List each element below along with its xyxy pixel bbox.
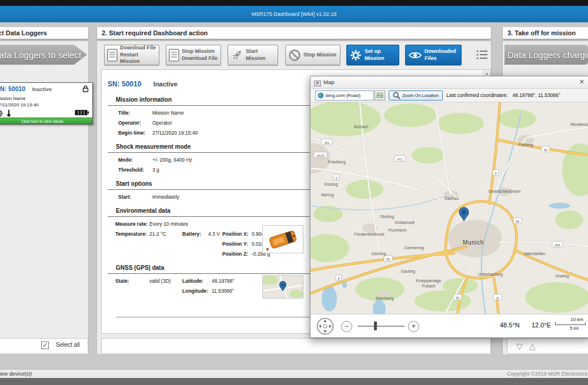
svg-text:304: 304 xyxy=(554,243,560,247)
map-city-label: Germering xyxy=(404,246,423,250)
center-bottom-box xyxy=(101,338,491,354)
map-longitude-display: 12.0°E xyxy=(532,322,551,329)
map-controls-bar: − + 48.5°N 12.0°E 10 km 5 mi xyxy=(310,314,588,337)
zoom-slider-track[interactable] xyxy=(358,326,405,327)
step3-label: 3. Take off for mission xyxy=(507,29,576,36)
download-file-restart-mission-button[interactable]: Download FileRestart Mission xyxy=(104,45,159,65)
map-city-label: Unterschleißheim xyxy=(489,189,521,193)
step1-header: 1. Select Data Loggers xyxy=(0,27,88,39)
map-canvas[interactable]: 301AK252471896959929930411AichachFriedbe… xyxy=(310,102,588,315)
map-city-label: Kissing xyxy=(325,182,338,187)
svg-text:9: 9 xyxy=(495,172,496,175)
svg-text:95: 95 xyxy=(456,296,459,300)
map-city-label: Aichach xyxy=(354,125,369,129)
svg-text:92: 92 xyxy=(544,148,547,152)
step2-label: 2. Start required Dashboard action xyxy=(102,29,208,36)
map-window-title: Map xyxy=(323,79,334,85)
map-city-label: Olching xyxy=(380,215,394,219)
view-values-button[interactable]: Click here to view values xyxy=(0,118,92,124)
road-shield: 96 xyxy=(384,256,392,262)
road-shield: 8 xyxy=(336,275,342,281)
map-layer-button[interactable] xyxy=(375,91,385,101)
msr175-dashboard-window: MSR175 Dashboard [W64] v1.02.18 1. Selec… xyxy=(0,0,588,385)
device-mission-name: Mission Name xyxy=(0,96,26,101)
road-shield: 471 xyxy=(395,156,405,162)
data-loggers-to-select-banner: Data Loggers to select xyxy=(0,45,87,65)
road-shield: 304 xyxy=(552,242,563,247)
close-icon[interactable]: ✕ xyxy=(579,78,584,86)
rocket-icon xyxy=(230,49,243,62)
svg-text:99: 99 xyxy=(516,220,519,223)
detail-sn: SN: 50010 xyxy=(108,80,141,88)
document-icon xyxy=(169,49,179,62)
status-message: New device(s)! xyxy=(0,371,32,377)
map-city-label: Puchheim xyxy=(388,228,406,232)
zoom-slider-thumb[interactable] xyxy=(374,322,377,330)
menu-icon[interactable] xyxy=(476,49,488,60)
copyright-text: Copyright ©2019 MSR Electronics GmbH xyxy=(507,371,588,377)
stop-mission-button[interactable]: Stop Mission xyxy=(285,45,340,65)
map-latitude-display: 48.5°N xyxy=(500,322,520,329)
map-city-label: Vaterstetten xyxy=(523,252,545,256)
map-city-label: Kneippanlage xyxy=(416,279,442,283)
road-shield: AK25 xyxy=(314,152,327,158)
gear-icon xyxy=(349,49,362,62)
scroll-down-button[interactable]: ▽ xyxy=(516,342,523,351)
stop-mission-download-file-button[interactable]: Stop MissionDownload File xyxy=(166,45,221,65)
check-icon: ✓ xyxy=(42,342,48,349)
globe-icon xyxy=(318,92,324,99)
road-shield: 9 xyxy=(493,170,499,176)
map-city-label: Gilching xyxy=(371,252,386,256)
map-viewport[interactable]: 301AK252471896959929930411AichachFriedbe… xyxy=(310,102,588,315)
map-city-label: Gröbenzell xyxy=(395,220,415,225)
statusbar: New device(s)! Copyright ©2019 MSR Elect… xyxy=(0,369,588,378)
map-scale: 10 km 5 mi xyxy=(555,317,586,331)
map-city-label: Dachau xyxy=(445,196,459,200)
svg-text:471: 471 xyxy=(397,158,402,161)
map-city-label: Starnberg xyxy=(376,296,394,301)
scale-bar xyxy=(555,322,586,325)
zoom-out-button[interactable]: − xyxy=(341,321,352,332)
svg-text:11: 11 xyxy=(496,296,499,300)
battery-icon xyxy=(75,109,89,117)
zoom-in-button[interactable]: + xyxy=(408,321,419,332)
road-shield: 2 xyxy=(333,175,339,180)
device-card[interactable]: SN: 50010 Inactive Mission Name 27/11/20… xyxy=(0,82,93,125)
map-pan-control[interactable] xyxy=(316,317,334,337)
map-city-label: Munich xyxy=(463,239,484,246)
map-provider-dropdown[interactable]: bing.com (Road) xyxy=(315,91,374,101)
road-shield: 92 xyxy=(542,146,550,152)
select-all-label: Select all xyxy=(56,342,80,348)
map-city-label: Grafing xyxy=(556,274,569,279)
top-border xyxy=(0,0,588,6)
set-up-mission-button[interactable]: Set up Mission xyxy=(346,45,399,65)
titlebar: MSR175 Dashboard [W64] v1.02.18 xyxy=(0,6,588,22)
map-city-label: Friedberg xyxy=(328,160,346,165)
device-begin-time: 27/11/2020 19:15:40 xyxy=(0,102,39,108)
device-sn: SN: 50010 xyxy=(0,85,25,92)
map-window-titlebar[interactable]: Map ✕ xyxy=(310,76,588,89)
svg-text:8: 8 xyxy=(338,277,339,280)
last-confirmed-coordinates: Last confirmed coordinates:48.19788°, 11… xyxy=(446,92,560,98)
step1-label: 1. Select Data Loggers xyxy=(0,29,47,36)
map-city-label: Gauting xyxy=(401,269,416,274)
map-city-label: Moosburg xyxy=(570,122,588,127)
map-toolbar: bing.com (Road) Zoom On Location Last co… xyxy=(310,89,588,102)
eye-icon xyxy=(408,51,422,60)
data-logger-photo xyxy=(262,225,303,253)
road-shield: 11 xyxy=(493,294,502,300)
zoom-on-location-button[interactable]: Zoom On Location xyxy=(389,91,443,101)
gps-map-thumbnail[interactable] xyxy=(262,275,303,299)
select-all-checkbox[interactable]: ✓ xyxy=(41,342,49,349)
bottom-border xyxy=(0,378,588,385)
downloaded-files-button[interactable]: DownloadedFiles xyxy=(405,45,462,65)
device-status: Inactive xyxy=(32,86,52,92)
map-city-label: Mering xyxy=(321,193,334,197)
svg-text:2: 2 xyxy=(335,176,337,180)
start-mission-button[interactable]: Start Mission xyxy=(228,45,278,65)
no-entry-icon xyxy=(288,49,301,62)
scroll-up-button[interactable]: △ xyxy=(529,342,536,351)
step3-header: 3. Take off for mission xyxy=(503,27,588,39)
banner-right-label: Data Loggers charging xyxy=(507,50,588,60)
banner-left-label: Data Loggers to select xyxy=(0,50,81,60)
